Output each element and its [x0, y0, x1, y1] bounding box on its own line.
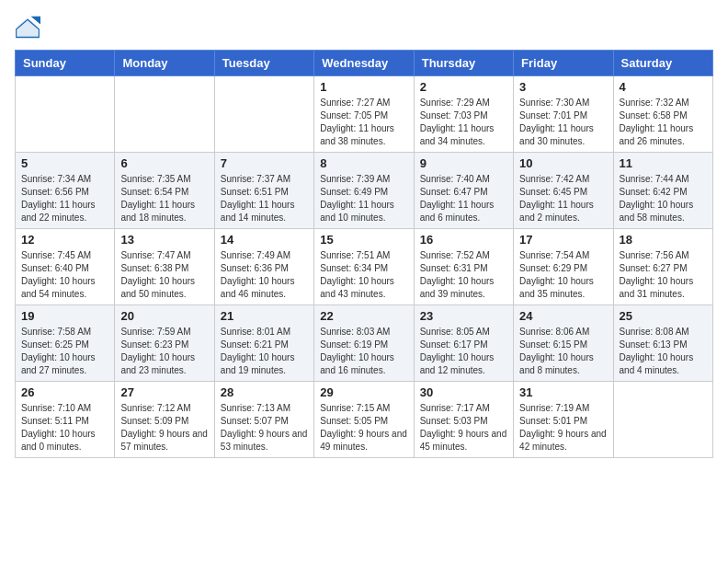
day-info: Sunrise: 7:59 AM Sunset: 6:23 PM Dayligh… [120, 326, 208, 377]
calendar-cell: 18Sunrise: 7:56 AM Sunset: 6:27 PM Dayli… [613, 229, 712, 305]
day-info: Sunrise: 7:19 AM Sunset: 5:01 PM Dayligh… [519, 402, 607, 454]
weekday-header: Tuesday [214, 51, 313, 76]
calendar-cell: 10Sunrise: 7:42 AM Sunset: 6:45 PM Dayli… [514, 153, 613, 229]
page-header [15, 15, 713, 40]
day-info: Sunrise: 7:54 AM Sunset: 6:29 PM Dayligh… [519, 249, 607, 301]
calendar-cell: 22Sunrise: 8:03 AM Sunset: 6:19 PM Dayli… [314, 305, 414, 382]
day-info: Sunrise: 7:42 AM Sunset: 6:45 PM Dayligh… [519, 173, 607, 224]
day-number: 28 [221, 385, 308, 399]
calendar-cell: 27Sunrise: 7:12 AM Sunset: 5:09 PM Dayli… [115, 382, 214, 458]
calendar-cell: 14Sunrise: 7:49 AM Sunset: 6:36 PM Dayli… [214, 229, 313, 305]
day-number: 4 [620, 80, 707, 94]
calendar-cell: 31Sunrise: 7:19 AM Sunset: 5:01 PM Dayli… [514, 382, 613, 458]
calendar-cell: 17Sunrise: 7:54 AM Sunset: 6:29 PM Dayli… [514, 229, 613, 305]
day-number: 8 [320, 156, 407, 170]
calendar-cell: 16Sunrise: 7:52 AM Sunset: 6:31 PM Dayli… [414, 229, 513, 305]
calendar-cell: 15Sunrise: 7:51 AM Sunset: 6:34 PM Dayli… [314, 229, 414, 305]
day-number: 7 [221, 156, 308, 170]
calendar-cell: 6Sunrise: 7:35 AM Sunset: 6:54 PM Daylig… [115, 153, 214, 229]
calendar-cell: 2Sunrise: 7:29 AM Sunset: 7:03 PM Daylig… [414, 76, 513, 153]
calendar-cell: 28Sunrise: 7:13 AM Sunset: 5:07 PM Dayli… [214, 382, 313, 458]
day-number: 30 [420, 385, 507, 399]
day-info: Sunrise: 7:52 AM Sunset: 6:31 PM Dayligh… [420, 249, 507, 301]
calendar-cell: 5Sunrise: 7:34 AM Sunset: 6:56 PM Daylig… [16, 153, 115, 229]
calendar-cell: 26Sunrise: 7:10 AM Sunset: 5:11 PM Dayli… [16, 382, 115, 458]
day-info: Sunrise: 7:58 AM Sunset: 6:25 PM Dayligh… [21, 326, 108, 377]
day-number: 12 [21, 233, 108, 247]
calendar-cell: 30Sunrise: 7:17 AM Sunset: 5:03 PM Dayli… [414, 382, 513, 458]
day-number: 16 [420, 233, 507, 247]
calendar-cell: 24Sunrise: 8:06 AM Sunset: 6:15 PM Dayli… [514, 305, 613, 382]
calendar-cell: 7Sunrise: 7:37 AM Sunset: 6:51 PM Daylig… [214, 153, 313, 229]
weekday-header: Saturday [613, 51, 712, 76]
weekday-header: Wednesday [314, 51, 414, 76]
day-info: Sunrise: 7:32 AM Sunset: 6:58 PM Dayligh… [620, 97, 707, 148]
day-info: Sunrise: 8:08 AM Sunset: 6:13 PM Dayligh… [620, 326, 707, 377]
day-number: 14 [221, 233, 308, 247]
day-number: 11 [620, 156, 707, 170]
calendar-cell: 12Sunrise: 7:45 AM Sunset: 6:40 PM Dayli… [16, 229, 115, 305]
day-info: Sunrise: 7:51 AM Sunset: 6:34 PM Dayligh… [320, 249, 407, 301]
day-number: 29 [320, 385, 407, 399]
calendar-cell: 20Sunrise: 7:59 AM Sunset: 6:23 PM Dayli… [115, 305, 214, 382]
day-info: Sunrise: 7:44 AM Sunset: 6:42 PM Dayligh… [620, 173, 707, 224]
day-number: 15 [320, 233, 407, 247]
day-info: Sunrise: 8:05 AM Sunset: 6:17 PM Dayligh… [420, 326, 507, 377]
calendar-cell: 3Sunrise: 7:30 AM Sunset: 7:01 PM Daylig… [514, 76, 613, 153]
weekday-header: Friday [514, 51, 613, 76]
day-number: 1 [320, 80, 407, 94]
calendar-week-row: 26Sunrise: 7:10 AM Sunset: 5:11 PM Dayli… [16, 382, 713, 458]
calendar-cell: 25Sunrise: 8:08 AM Sunset: 6:13 PM Dayli… [613, 305, 712, 382]
calendar-cell [115, 76, 214, 153]
day-info: Sunrise: 8:01 AM Sunset: 6:21 PM Dayligh… [221, 326, 308, 377]
weekday-header: Sunday [16, 51, 115, 76]
calendar-week-row: 19Sunrise: 7:58 AM Sunset: 6:25 PM Dayli… [16, 305, 713, 382]
calendar-cell: 8Sunrise: 7:39 AM Sunset: 6:49 PM Daylig… [314, 153, 414, 229]
calendar-header-row: SundayMondayTuesdayWednesdayThursdayFrid… [16, 51, 713, 76]
weekday-header: Thursday [414, 51, 513, 76]
calendar-table: SundayMondayTuesdayWednesdayThursdayFrid… [15, 50, 713, 458]
day-number: 31 [519, 385, 607, 399]
day-number: 27 [120, 385, 208, 399]
calendar-cell: 1Sunrise: 7:27 AM Sunset: 7:05 PM Daylig… [314, 76, 414, 153]
day-number: 21 [221, 309, 308, 323]
day-info: Sunrise: 7:35 AM Sunset: 6:54 PM Dayligh… [120, 173, 208, 224]
day-number: 6 [120, 156, 208, 170]
day-info: Sunrise: 7:47 AM Sunset: 6:38 PM Dayligh… [120, 249, 208, 301]
calendar-cell: 9Sunrise: 7:40 AM Sunset: 6:47 PM Daylig… [414, 153, 513, 229]
calendar-cell: 11Sunrise: 7:44 AM Sunset: 6:42 PM Dayli… [613, 153, 712, 229]
day-info: Sunrise: 7:37 AM Sunset: 6:51 PM Dayligh… [221, 173, 308, 224]
calendar-cell: 19Sunrise: 7:58 AM Sunset: 6:25 PM Dayli… [16, 305, 115, 382]
day-number: 9 [420, 156, 507, 170]
day-info: Sunrise: 7:17 AM Sunset: 5:03 PM Dayligh… [420, 402, 507, 454]
logo [15, 15, 44, 40]
svg-marker-0 [18, 18, 38, 38]
day-info: Sunrise: 7:45 AM Sunset: 6:40 PM Dayligh… [21, 249, 108, 301]
calendar-cell: 21Sunrise: 8:01 AM Sunset: 6:21 PM Dayli… [214, 305, 313, 382]
day-info: Sunrise: 7:30 AM Sunset: 7:01 PM Dayligh… [519, 97, 607, 148]
calendar-cell [613, 382, 712, 458]
calendar-cell [214, 76, 313, 153]
day-number: 18 [620, 233, 707, 247]
calendar-cell [16, 76, 115, 153]
calendar-week-row: 5Sunrise: 7:34 AM Sunset: 6:56 PM Daylig… [16, 153, 713, 229]
calendar-cell: 4Sunrise: 7:32 AM Sunset: 6:58 PM Daylig… [613, 76, 712, 153]
day-number: 17 [519, 233, 607, 247]
calendar-cell: 29Sunrise: 7:15 AM Sunset: 5:05 PM Dayli… [314, 382, 414, 458]
day-info: Sunrise: 7:29 AM Sunset: 7:03 PM Dayligh… [420, 97, 507, 148]
day-info: Sunrise: 7:13 AM Sunset: 5:07 PM Dayligh… [221, 402, 308, 454]
day-info: Sunrise: 8:06 AM Sunset: 6:15 PM Dayligh… [519, 326, 607, 377]
day-info: Sunrise: 7:56 AM Sunset: 6:27 PM Dayligh… [620, 249, 707, 301]
weekday-header: Monday [115, 51, 214, 76]
day-number: 25 [620, 309, 707, 323]
day-number: 26 [21, 385, 108, 399]
day-info: Sunrise: 8:03 AM Sunset: 6:19 PM Dayligh… [320, 326, 407, 377]
day-info: Sunrise: 7:27 AM Sunset: 7:05 PM Dayligh… [320, 97, 407, 148]
calendar-cell: 13Sunrise: 7:47 AM Sunset: 6:38 PM Dayli… [115, 229, 214, 305]
day-number: 23 [420, 309, 507, 323]
day-info: Sunrise: 7:39 AM Sunset: 6:49 PM Dayligh… [320, 173, 407, 224]
day-number: 20 [120, 309, 208, 323]
day-number: 22 [320, 309, 407, 323]
day-number: 10 [519, 156, 607, 170]
day-number: 3 [519, 80, 607, 94]
